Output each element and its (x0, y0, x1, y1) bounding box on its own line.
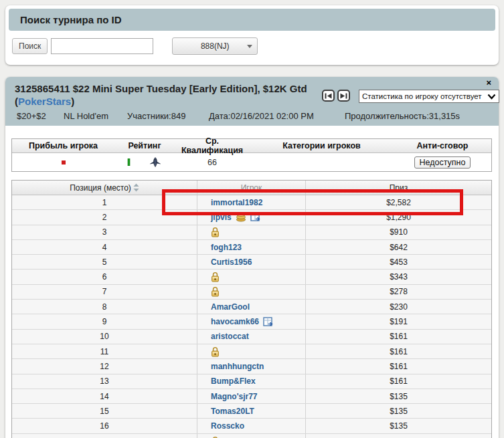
results-table-header: Позиция (место) Игрок Приз (12, 181, 491, 195)
table-row: 11$161 (12, 344, 491, 359)
search-button[interactable]: Поиск (12, 38, 48, 54)
pokerstars-link[interactable]: PokerStars (18, 96, 71, 107)
position-cell: 6 (12, 269, 197, 284)
results-table: Позиция (место) Игрок Приз 1immortal1982… (11, 180, 492, 438)
lock-icon[interactable] (211, 271, 220, 282)
player-link[interactable]: fogh123 (211, 243, 242, 252)
table-row: 17 (12, 434, 491, 438)
coins-icon[interactable] (236, 212, 246, 222)
profit-column-header: Прибыль игрока (12, 141, 114, 150)
table-row: 2jipvis$1,290 (12, 210, 491, 225)
table-row: 3$910 (12, 225, 491, 240)
qualification-column-header: Ср. Квалификация (175, 136, 250, 155)
lock-icon[interactable] (211, 286, 220, 297)
position-cell: 8 (12, 300, 197, 314)
first-tournament-button[interactable] (322, 90, 335, 102)
position-cell: 1 (12, 195, 197, 209)
player-link[interactable]: Tomas20LT (211, 407, 254, 416)
player-link[interactable]: aristoccat (211, 332, 249, 341)
player-link[interactable]: immortal1982 (211, 198, 262, 207)
lock-icon[interactable] (211, 227, 220, 237)
prize-cell: $642 (305, 240, 491, 254)
player-link[interactable]: manhhungctn (211, 362, 264, 371)
table-row: 13Bump&Flex$161 (12, 374, 491, 389)
search-row: Поиск 888(NJ) (12, 37, 499, 55)
player-link[interactable]: AmarGool (211, 302, 250, 312)
duration-label: Продолжительность:31,315s (345, 111, 460, 121)
categories-column-header: Категории игроков (250, 141, 394, 150)
collusion-column-header: Анти-сговор (394, 141, 491, 150)
buyin-label: $20+$2 (17, 111, 46, 121)
player-cell: Tomas20LT (197, 404, 305, 418)
network-select-value: 888(NJ) (201, 41, 230, 51)
lock-icon[interactable] (211, 346, 220, 357)
tournament-id-input[interactable] (51, 38, 153, 54)
search-panel: Поиск турнира по ID Поиск 888(NJ) (5, 5, 499, 65)
date-label: Дата:02/16/2021 02:00 PM (209, 111, 314, 121)
player-cell (197, 225, 305, 239)
player-column-header[interactable]: Игрок (197, 181, 305, 195)
player-link[interactable]: Magno'sjr77 (211, 392, 258, 401)
tournament-title-suffix: ) (71, 96, 74, 107)
tournament-panel: × 3125865411 $22 Mini Super Tuesday [Ear… (5, 77, 499, 438)
last-tournament-button[interactable] (337, 90, 350, 102)
prize-cell: $135 (305, 389, 491, 403)
prize-cell: $343 (305, 269, 491, 284)
player-link[interactable]: Rosscko (211, 421, 244, 431)
table-row: 5Curtis1956$453 (12, 255, 491, 269)
position-header-label: Позиция (место) (70, 183, 131, 193)
search-panel-title: Поиск турнира по ID (9, 9, 495, 31)
table-row: 1immortal1982$2,582 (12, 195, 491, 210)
position-cell: 4 (12, 240, 197, 254)
prize-cell: $161 (305, 374, 491, 389)
player-cell (197, 269, 305, 284)
position-cell: 17 (12, 434, 197, 438)
player-link[interactable]: havocamk66 (211, 317, 259, 326)
player-cell: AmarGool (197, 300, 305, 314)
player-cell: Curtis1956 (197, 255, 305, 269)
table-row: 16Rosscko$135 (12, 419, 491, 433)
table-row: 7$278 (12, 285, 491, 300)
tournament-title: 3125865411 $22 Mini Super Tuesday [Early… (15, 82, 321, 108)
anti-collusion-button[interactable]: Недоступно (414, 156, 471, 169)
position-column-header[interactable]: Позиция (место) (12, 181, 197, 195)
prize-cell: $135 (305, 419, 491, 433)
results-rows: 1immortal1982$2,5822jipvis$1,2903$9104fo… (12, 195, 491, 438)
table-row: 10aristoccat$161 (12, 330, 491, 344)
player-stats-select[interactable]: Статистика по игроку отсутствует (359, 90, 499, 103)
table-row: 8AmarGool$230 (12, 300, 491, 314)
position-cell: 7 (12, 285, 197, 299)
skip-end-icon (340, 93, 347, 99)
player-cell: Magno'sjr77 (197, 389, 305, 403)
player-cell (197, 285, 305, 299)
player-link[interactable]: Bump&Flex (211, 376, 256, 386)
position-cell: 10 (12, 330, 197, 344)
player-cell: jipvis (197, 210, 305, 224)
rating-column-header: Рейтинг (114, 141, 175, 150)
prize-cell: $278 (305, 285, 491, 299)
position-cell: 13 (12, 374, 197, 389)
table-row: 4fogh123$642 (12, 240, 491, 255)
position-cell: 11 (12, 344, 197, 358)
player-cell: havocamk66 (197, 314, 305, 328)
close-icon[interactable]: × (486, 78, 491, 88)
player-cell: manhhungctn (197, 359, 305, 373)
sort-icon (133, 183, 139, 192)
position-cell: 14 (12, 389, 197, 403)
shark-icon (148, 157, 163, 167)
table-icon[interactable] (263, 317, 274, 327)
prize-cell: $191 (305, 314, 491, 328)
player-link[interactable]: jipvis (211, 213, 232, 222)
network-select[interactable]: 888(NJ) (172, 37, 258, 55)
player-cell: Bump&Flex (197, 374, 305, 389)
prize-column-header[interactable]: Приз (305, 181, 491, 195)
player-link[interactable]: Curtis1956 (211, 257, 252, 267)
entrants-label: Участники:849 (127, 111, 185, 121)
player-stats-row: 66 Недоступно (12, 153, 491, 171)
table-icon[interactable] (250, 212, 262, 222)
tournament-header: × 3125865411 $22 Mini Super Tuesday [Ear… (5, 77, 499, 126)
position-cell: 5 (12, 255, 197, 269)
position-cell: 16 (12, 419, 197, 433)
prize-cell: $161 (305, 344, 491, 358)
position-cell: 2 (12, 210, 197, 224)
